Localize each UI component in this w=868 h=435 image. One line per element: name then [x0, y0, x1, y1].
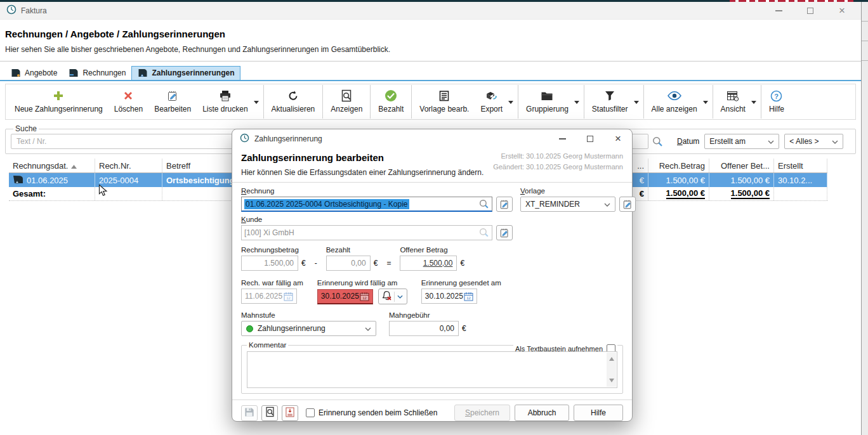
hilfe-button[interactable]: Hilfe	[574, 405, 623, 421]
calendar-icon[interactable]: 12	[464, 292, 473, 301]
minimize-button[interactable]	[773, 6, 784, 16]
erinnerung-gesendet-field[interactable]: 30.10.2025 12	[421, 289, 477, 304]
abbruch-button[interactable]: Abbruch	[515, 405, 569, 421]
bearbeiten-button[interactable]: Bearbeiten	[148, 86, 197, 117]
pdf-icon-button[interactable]	[282, 405, 298, 421]
dialog-minimize-button[interactable]	[557, 134, 567, 144]
dialog-meta: Erstellt: 30.10.2025 Georg Mustermann Ge…	[493, 151, 623, 177]
neue-zahlungserinnerung-button[interactable]: Neue Zahlungserinnerung	[9, 86, 109, 117]
tab-angebote[interactable]: Angebote	[5, 67, 63, 80]
export-button[interactable]: Export	[475, 86, 508, 117]
dialog-close-button[interactable]: ×	[613, 134, 623, 144]
green-status-dot	[246, 325, 253, 332]
alle-anzeigen-dropdown-caret[interactable]	[703, 101, 708, 107]
close-button[interactable]: ×	[837, 6, 847, 16]
export-dropdown-caret[interactable]	[508, 101, 513, 107]
statusfilter-dropdown-caret[interactable]	[634, 101, 639, 107]
vorlage-bearbeiten-button[interactable]: Vorlage bearb.	[414, 86, 475, 117]
statusfilter-button[interactable]: Statusfilter	[586, 86, 634, 117]
chevron-down-icon	[768, 137, 774, 146]
bezahlt-button[interactable]: Bezahlt	[372, 86, 409, 117]
preview-icon-button[interactable]	[261, 405, 278, 421]
dialog-maximize-button[interactable]	[585, 134, 595, 144]
rechnungsbetrag-field: 1.500,00	[241, 256, 298, 271]
ansicht-dropdown-caret[interactable]	[751, 101, 756, 107]
search-icon[interactable]	[652, 136, 663, 147]
mouse-cursor	[98, 184, 108, 197]
rech-faellig-field[interactable]: 11.06.2025 12	[241, 289, 297, 304]
save-icon-button[interactable]	[241, 405, 258, 421]
send-on-close-checkbox[interactable]	[306, 408, 315, 417]
speichern-button[interactable]: Speichern	[454, 405, 510, 421]
gruppierung-button[interactable]: Gruppierung	[520, 86, 574, 117]
bell-dropdown-caret[interactable]	[394, 292, 405, 302]
alle-anzeigen-button[interactable]: Alle anzeigen	[646, 86, 703, 117]
reminder-row-icon	[13, 175, 23, 186]
window-controls: ×	[773, 6, 855, 16]
bezahlt-label: Bezahlt	[326, 246, 378, 254]
column-header-offener-betrag[interactable]: Offener Bet...	[709, 159, 774, 172]
rechnung-field[interactable]: 01.06.2025 2025-0004 Ortsbesichtigung - …	[241, 197, 492, 212]
kunde-search-icon[interactable]	[479, 228, 489, 238]
kommentar-scrollbar[interactable]	[607, 353, 616, 387]
gruppierung-dropdown-caret[interactable]	[574, 101, 579, 107]
tab-rechnungen[interactable]: Rechnungen	[63, 67, 131, 80]
dialog-logo-icon	[240, 133, 249, 145]
bezahlt-field[interactable]: 0,00	[326, 256, 371, 271]
window-title: Faktura	[21, 6, 47, 15]
table-view-icon	[727, 89, 739, 102]
calendar-icon[interactable]: 12	[360, 292, 369, 301]
vorlage-edit-button[interactable]	[619, 197, 636, 212]
erinnerung-faellig-field[interactable]: 30.10.2025 12	[317, 289, 373, 304]
column-header-erstellt[interactable]: Erstellt	[774, 159, 827, 172]
tab-zahlungserinnerungen[interactable]: Zahlungserinnerungen	[131, 66, 240, 80]
rechnungsbetrag-label: Rechnungsbetrag	[241, 246, 306, 254]
kommentar-textarea[interactable]	[247, 351, 617, 388]
delete-x-icon	[123, 89, 133, 102]
ansicht-button[interactable]: Ansicht	[715, 86, 751, 117]
kunde-edit-button[interactable]	[496, 225, 513, 240]
rechnung-search-icon[interactable]	[479, 199, 489, 209]
column-header-rechnr[interactable]: Rech.Nr.	[95, 159, 162, 172]
column-header-rechbetrag[interactable]: Rech.Betrag	[648, 159, 709, 172]
search-legend: Suche	[13, 124, 39, 133]
offener-betrag-field: 1.500,00	[400, 256, 457, 271]
vorlage-select[interactable]: XT_REMINDER	[520, 197, 615, 212]
help-icon: ?	[770, 89, 782, 102]
date-field-select[interactable]: Erstellt am	[704, 134, 779, 149]
datum-label: Datum	[677, 137, 699, 146]
page-title: Rechnungen / Angebote / Zahlungserinneru…	[5, 29, 856, 39]
svg-text:12: 12	[362, 296, 367, 300]
currency-label: €	[374, 259, 378, 268]
aktualisieren-button[interactable]: Aktualisieren	[266, 86, 321, 117]
mahnstufe-select[interactable]: Zahlungserinnerung	[241, 321, 376, 336]
background-window-sliver	[861, 2, 868, 435]
vorlage-label: Vorlage	[520, 187, 636, 195]
hilfe-toolbar-button[interactable]: ? Hilfe	[763, 86, 790, 117]
currency-label: €	[462, 324, 466, 333]
window-titlebar: Faktura ×	[0, 2, 861, 20]
dialog-footer: Erinnerung senden beim Schließen Speiche…	[232, 399, 632, 425]
liste-drucken-button[interactable]: Liste drucken	[197, 86, 253, 117]
reminder-bell-button[interactable]	[378, 289, 407, 304]
column-header-rechnungsdatum[interactable]: Rechnungsdat.	[9, 159, 95, 172]
maximize-button[interactable]	[805, 6, 815, 16]
date-range-select[interactable]: < Alles >	[784, 134, 843, 149]
dialog-subtitle: Hier können Sie die Erfassungsdaten eine…	[241, 168, 483, 177]
rechnung-edit-button[interactable]	[496, 197, 513, 212]
scroll-down-icon[interactable]	[609, 379, 614, 385]
screen: Faktura × Rechnungen / Angebote / Zahlun…	[0, 0, 868, 435]
rech-faellig-label: Rech. war fällig am	[241, 279, 303, 287]
tab-label: Rechnungen	[82, 68, 126, 77]
calendar-icon[interactable]: 12	[284, 292, 293, 301]
background-window-fragment	[730, 0, 853, 2]
mahngebuehr-field[interactable]: 0,00	[389, 321, 459, 336]
filter-funnel-icon	[604, 89, 615, 102]
erinnerung-gesendet-label: Erinnerung gesendet am	[421, 279, 501, 287]
scroll-up-icon[interactable]	[609, 354, 614, 361]
loeschen-button[interactable]: Löschen	[109, 86, 148, 117]
kunde-field[interactable]: [100] Xi GmbH	[241, 225, 492, 240]
send-on-close-row: Erinnerung senden beim Schließen	[306, 408, 437, 417]
liste-drucken-dropdown-caret[interactable]	[254, 101, 259, 107]
anzeigen-button[interactable]: Anzeigen	[325, 86, 368, 117]
